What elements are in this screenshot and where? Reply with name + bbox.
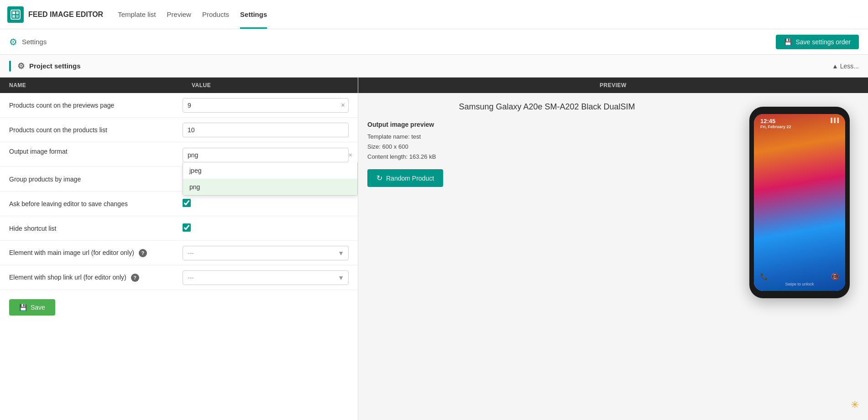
output-info-box: Output image preview Template name: test… — [367, 121, 727, 162]
save-button[interactable]: 💾 Save — [9, 299, 55, 316]
shop-link-url-select[interactable]: --- — [183, 270, 349, 285]
table-header: NAME VALUE — [0, 78, 358, 93]
phone-call-icon: 📞 — [760, 273, 768, 280]
row-shop-link-url-value: --- ▼ — [183, 270, 358, 285]
project-settings-left: ⚙ Project settings — [9, 61, 81, 72]
app-title: FEED IMAGE EDITOR — [28, 10, 103, 19]
phone-bottom: 📞 📵 Swipe to unlock — [754, 273, 845, 291]
products-list-count-input[interactable] — [183, 123, 349, 137]
settings-bar: ⚙ Settings 💾 Save settings order — [0, 29, 868, 55]
less-button[interactable]: ▲ Less... — [832, 62, 859, 70]
phone-date: Fri, February 22 — [760, 124, 791, 129]
nav-preview[interactable]: Preview — [167, 0, 191, 29]
row-products-list-count-value — [183, 123, 358, 137]
settings-bar-left: ⚙ Settings — [9, 36, 47, 47]
hide-shortcuts-checkbox[interactable] — [183, 223, 191, 232]
row-main-image-url: Element with main image url (for editor … — [0, 241, 358, 265]
output-content-length: Content length: 163.26 kB — [367, 152, 727, 162]
main-image-url-select[interactable]: --- — [183, 246, 349, 260]
main-nav: Template list Preview Products Settings — [118, 0, 267, 29]
output-format-selected: png — [188, 151, 198, 159]
logo-area: FEED IMAGE EDITOR — [7, 6, 103, 23]
phone-mockup-area: 12:45 Fri, February 22 ▐▐▐ 📞 📵 — [740, 102, 859, 298]
settings-gear-icon: ⚙ — [9, 36, 17, 47]
output-image-preview-label: Output image preview — [367, 121, 727, 128]
row-hide-shortcuts-value — [183, 223, 358, 233]
preview-info-col: Samsung Galaxy A20e SM-A202 Black DualSI… — [367, 102, 727, 298]
shop-link-url-select-wrapper: --- ▼ — [183, 270, 349, 285]
phone-signal-area: ▐▐▐ — [829, 118, 839, 129]
project-settings-gear-icon: ⚙ — [17, 61, 25, 71]
product-title-area: Samsung Galaxy A20e SM-A202 Black DualSI… — [367, 102, 727, 112]
row-products-list-count: Products count on the products list — [0, 118, 358, 142]
main-content: NAME VALUE Products count on the preview… — [0, 78, 868, 420]
row-ask-save-label: Ask before leaving editor to save change… — [0, 200, 183, 207]
main-image-url-select-wrapper: --- ▼ — [183, 246, 349, 260]
previews-count-clear-icon[interactable]: × — [341, 101, 345, 109]
row-output-format: Output image format png × jpeg png — [0, 142, 358, 167]
row-hide-shortcuts: Hide shortcut list — [0, 216, 358, 241]
product-title: Samsung Galaxy A20e SM-A202 Black DualSI… — [459, 102, 635, 111]
save-settings-order-button[interactable]: 💾 Save settings order — [776, 35, 859, 49]
phone-time: 12:45 — [760, 118, 791, 124]
row-output-format-value: png × jpeg png — [183, 148, 358, 162]
dropdown-item-png[interactable]: png — [183, 179, 357, 195]
previews-count-input[interactable] — [183, 98, 349, 113]
nav-template-list[interactable]: Template list — [118, 0, 156, 29]
left-settings-panel: NAME VALUE Products count on the preview… — [0, 78, 358, 420]
phone-time-area: 12:45 Fri, February 22 — [760, 118, 791, 129]
section-accent-bar — [9, 61, 11, 72]
col-name-header: NAME — [0, 82, 183, 88]
row-main-image-url-value: --- ▼ — [183, 246, 358, 260]
row-main-image-url-label: Element with main image url (for editor … — [0, 249, 183, 257]
project-settings-section-header: ⚙ Project settings ▲ Less... — [0, 55, 868, 78]
row-group-by-image-label: Group products by image — [0, 176, 183, 183]
logo-icon — [7, 6, 24, 23]
row-previews-count-label: Products count on the previews page — [0, 102, 183, 109]
less-label: Less... — [840, 62, 859, 70]
svg-rect-4 — [16, 15, 19, 18]
output-template-name: Template name: test — [367, 132, 727, 142]
save-btn-icon: 💾 — [19, 304, 27, 311]
sunburst-icon[interactable]: ✳ — [851, 399, 859, 411]
save-order-label: Save settings order — [795, 38, 851, 46]
dropdown-item-jpeg[interactable]: jpeg — [183, 162, 357, 179]
svg-rect-1 — [12, 11, 15, 14]
right-preview-panel: PREVIEW Samsung Galaxy A20e SM-A202 Blac… — [358, 78, 868, 420]
save-btn-label: Save — [31, 304, 45, 311]
row-shop-link-url-label: Element with shop link url (for editor o… — [0, 274, 183, 282]
row-previews-count-value: × — [183, 98, 358, 113]
save-order-icon: 💾 — [784, 38, 792, 46]
phone-bottom-icons: 📞 📵 — [754, 273, 845, 280]
nav-products[interactable]: Products — [202, 0, 229, 29]
phone-end-icon: 📵 — [831, 273, 839, 280]
swipe-text: Swipe to unlock — [754, 282, 845, 286]
row-previews-count: Products count on the previews page × — [0, 93, 358, 118]
random-product-button[interactable]: ↻ Random Product — [367, 169, 443, 187]
ask-save-checkbox[interactable] — [183, 199, 191, 207]
row-output-format-label: Output image format — [0, 148, 183, 155]
output-format-clear-icon[interactable]: × — [349, 151, 352, 159]
preview-panel-header: PREVIEW — [358, 78, 868, 93]
main-image-url-help-icon[interactable]: ? — [139, 249, 147, 257]
phone-frame: 12:45 Fri, February 22 ▐▐▐ 📞 📵 — [749, 107, 850, 298]
row-shop-link-url: Element with shop link url (for editor o… — [0, 265, 358, 290]
chevron-up-icon: ▲ — [832, 62, 838, 70]
refresh-icon: ↻ — [376, 174, 382, 182]
svg-rect-3 — [12, 15, 15, 18]
app-header: FEED IMAGE EDITOR Template list Preview … — [0, 0, 868, 29]
settings-label: Settings — [22, 38, 47, 46]
phone-body — [754, 131, 845, 273]
svg-rect-2 — [16, 11, 19, 14]
project-settings-title: Project settings — [29, 62, 81, 70]
output-format-dropdown[interactable]: png × — [183, 148, 349, 162]
row-hide-shortcuts-label: Hide shortcut list — [0, 225, 183, 232]
row-products-list-count-label: Products count on the products list — [0, 126, 183, 134]
random-product-label: Random Product — [386, 175, 434, 182]
output-format-menu: jpeg png — [183, 162, 358, 196]
phone-status-bar: 12:45 Fri, February 22 ▐▐▐ — [754, 114, 845, 131]
output-size: Size: 600 x 600 — [367, 142, 727, 152]
shop-link-url-help-icon[interactable]: ? — [131, 274, 139, 282]
row-ask-save-value — [183, 199, 358, 208]
nav-settings[interactable]: Settings — [240, 0, 267, 29]
